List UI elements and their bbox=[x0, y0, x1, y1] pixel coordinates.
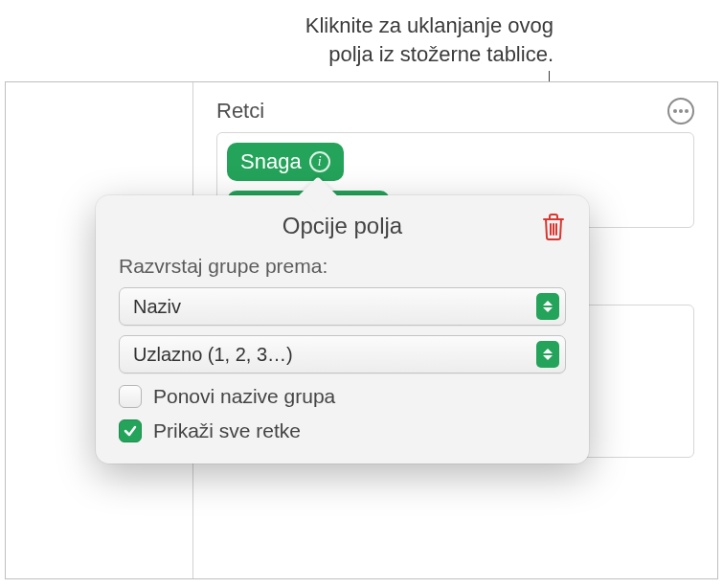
field-pill-snaga[interactable]: Snaga i bbox=[227, 143, 344, 181]
callout-text: Kliknite za uklanjanje ovog polja iz sto… bbox=[0, 11, 554, 68]
sort-by-value: Naziv bbox=[133, 296, 536, 318]
rows-more-button[interactable] bbox=[667, 98, 694, 124]
info-icon[interactable]: i bbox=[309, 151, 330, 172]
callout-line1: Kliknite za uklanjanje ovog bbox=[0, 11, 554, 40]
chevron-up-down-icon bbox=[536, 293, 559, 320]
sort-order-value: Uzlazno (1, 2, 3…) bbox=[133, 344, 536, 366]
check-icon bbox=[123, 423, 138, 439]
show-all-rows-checkbox-row[interactable]: Prikaži sve retke bbox=[119, 419, 566, 442]
popover-title: Opcije polja bbox=[282, 213, 402, 239]
sort-label: Razvrstaj grupe prema: bbox=[119, 255, 566, 278]
callout-line2: polja iz stožerne tablice. bbox=[0, 40, 554, 69]
sort-order-select[interactable]: Uzlazno (1, 2, 3…) bbox=[119, 335, 566, 373]
repeat-names-checkbox[interactable] bbox=[119, 385, 142, 408]
show-all-rows-label: Prikaži sve retke bbox=[153, 419, 301, 442]
field-pill-label: Snaga bbox=[240, 149, 302, 174]
delete-field-button[interactable] bbox=[541, 213, 566, 241]
show-all-rows-checkbox[interactable] bbox=[119, 419, 142, 442]
sort-by-select[interactable]: Naziv bbox=[119, 287, 566, 326]
chevron-up-down-icon bbox=[536, 341, 559, 368]
popover-header: Opcije polja bbox=[119, 213, 566, 239]
rows-section-header: Retci bbox=[216, 98, 694, 124]
field-options-popover: Opcije polja Razvrstaj grupe prema: Nazi… bbox=[96, 195, 589, 464]
rows-section-title: Retci bbox=[216, 99, 264, 124]
repeat-names-checkbox-row[interactable]: Ponovi nazive grupa bbox=[119, 385, 566, 408]
trash-icon bbox=[541, 213, 566, 241]
repeat-names-label: Ponovi nazive grupa bbox=[153, 385, 335, 408]
